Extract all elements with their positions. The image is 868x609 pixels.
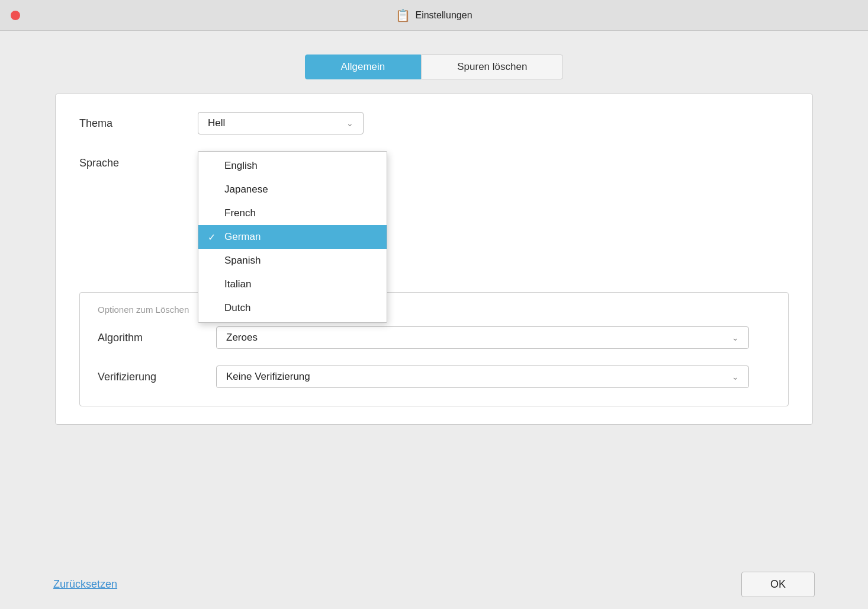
algorithm-value: Zeroes <box>226 332 725 344</box>
verifizierung-label: Verifizierung <box>98 371 216 383</box>
spanish-label: Spanish <box>224 255 261 266</box>
japanese-label: Japanese <box>224 184 268 195</box>
bottom-bar: Zurücksetzen OK <box>0 560 868 609</box>
thema-dropdown[interactable]: Hell ⌄ <box>198 112 364 134</box>
thema-label: Thema <box>79 117 198 130</box>
verifizierung-value: Keine Verifizierung <box>226 371 725 383</box>
english-label: English <box>224 160 258 171</box>
language-option-spanish[interactable]: Spanish <box>198 249 387 273</box>
titlebar: 📋 Einstellungen <box>0 0 868 31</box>
sprache-dropdown-menu: English Japanese French ✓ German Spanish <box>198 151 387 323</box>
language-option-german[interactable]: ✓ German <box>198 225 387 249</box>
dutch-label: Dutch <box>224 302 250 313</box>
verifizierung-row: Verifizierung Keine Verifizierung ⌄ <box>98 366 770 388</box>
sprache-label: Sprache <box>79 151 198 169</box>
algorithm-dropdown[interactable]: Zeroes ⌄ <box>216 326 749 349</box>
german-label: German <box>224 231 261 242</box>
algorithm-row: Algorithm Zeroes ⌄ <box>98 326 770 349</box>
check-icon: ✓ <box>208 232 216 243</box>
title-icon: 📋 <box>396 8 410 23</box>
verifizierung-dropdown[interactable]: Keine Verifizierung ⌄ <box>216 366 749 388</box>
tabs: Allgemein Spuren löschen <box>305 55 564 79</box>
language-option-japanese[interactable]: Japanese <box>198 178 387 201</box>
algorithm-label: Algorithm <box>98 332 216 344</box>
optionen-section: Optionen zum Löschen Algorithm Zeroes ⌄ … <box>79 292 789 406</box>
main-content: Allgemein Spuren löschen Thema Hell ⌄ Sp… <box>0 31 868 560</box>
french-label: French <box>224 207 256 219</box>
language-option-italian[interactable]: Italian <box>198 273 387 296</box>
ok-button[interactable]: OK <box>741 572 815 597</box>
sprache-dropdown-container: German ⌄ English Japanese French ✓ <box>198 151 364 174</box>
settings-panel: Thema Hell ⌄ Sprache German ⌄ English <box>55 94 813 425</box>
language-option-english[interactable]: English <box>198 154 387 178</box>
language-option-french[interactable]: French <box>198 201 387 225</box>
thema-value: Hell <box>208 117 339 129</box>
sprache-row: Sprache German ⌄ English Japanese Fre <box>79 151 789 174</box>
window-title: Einstellungen <box>415 10 472 21</box>
thema-dropdown-arrow: ⌄ <box>346 118 353 128</box>
italian-label: Italian <box>224 278 251 290</box>
verifizierung-dropdown-arrow: ⌄ <box>732 372 739 382</box>
tab-allgemein[interactable]: Allgemein <box>305 55 422 79</box>
algorithm-dropdown-arrow: ⌄ <box>732 333 739 342</box>
thema-row: Thema Hell ⌄ <box>79 112 789 134</box>
language-option-dutch[interactable]: Dutch <box>198 296 387 320</box>
reset-link[interactable]: Zurücksetzen <box>53 578 117 591</box>
close-button[interactable] <box>11 11 20 20</box>
tab-spuren[interactable]: Spuren löschen <box>421 55 563 79</box>
